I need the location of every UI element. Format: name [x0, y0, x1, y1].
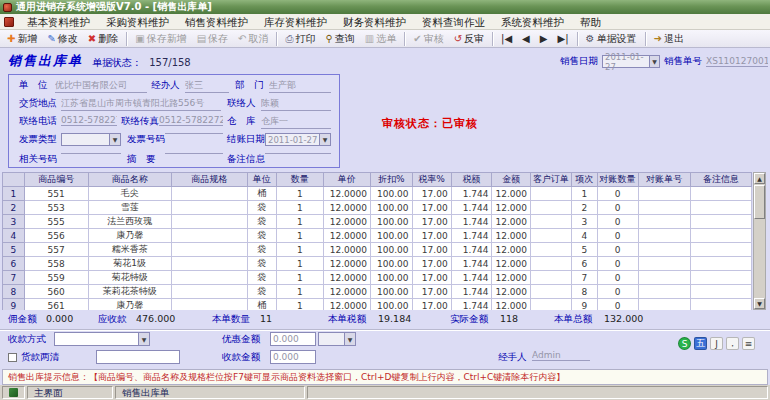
cell-price[interactable]: 12.0000: [323, 229, 371, 243]
cell-qty[interactable]: 1: [276, 243, 323, 257]
cell-seq[interactable]: 5: [571, 243, 597, 257]
cell-amount[interactable]: 12.000: [492, 201, 531, 215]
cell-name[interactable]: 康乃馨: [88, 299, 171, 311]
table-row[interactable]: 5557糯米香茶袋112.0000100.0017.001.74412.0005…: [3, 243, 752, 257]
column-header-reccount[interactable]: 对账数量: [597, 173, 638, 187]
cell-reccount[interactable]: 0: [597, 187, 638, 201]
cell-order[interactable]: [530, 201, 571, 215]
settle-date-combobox[interactable]: 2011-01-27▼: [265, 133, 331, 146]
cell-amount[interactable]: 12.000: [492, 215, 531, 229]
agent-field[interactable]: 张三: [185, 79, 229, 93]
cell-seq[interactable]: 8: [571, 285, 597, 299]
cell-price[interactable]: 12.0000: [323, 257, 371, 271]
cell-seq[interactable]: 6: [571, 257, 597, 271]
cell-discount[interactable]: 100.00: [371, 229, 413, 243]
cell-taxrate[interactable]: 17.00: [412, 271, 451, 285]
cell-qty[interactable]: 1: [276, 257, 323, 271]
cell-qty[interactable]: 1: [276, 201, 323, 215]
menu-item-帮助[interactable]: 帮助: [572, 14, 609, 30]
print-button[interactable]: ⎙打印: [280, 31, 320, 47]
unaudit-button[interactable]: ↺反审: [449, 31, 489, 47]
phone-field[interactable]: 0512-57822728: [61, 115, 117, 126]
row-number-cell[interactable]: 6: [3, 257, 25, 271]
column-header-recno[interactable]: 对账单号: [638, 173, 690, 187]
cell-recno[interactable]: [638, 201, 690, 215]
cell-amount[interactable]: 12.000: [492, 271, 531, 285]
cell-spec[interactable]: [171, 187, 247, 201]
abstract-field[interactable]: [165, 153, 223, 154]
cell-reccount[interactable]: 0: [597, 229, 638, 243]
cell-recno[interactable]: [638, 299, 690, 311]
cell-order[interactable]: [530, 285, 571, 299]
cell-tax[interactable]: 1.744: [451, 201, 492, 215]
cell-price[interactable]: 12.0000: [323, 285, 371, 299]
cell-discount[interactable]: 100.00: [371, 271, 413, 285]
cell-tax[interactable]: 1.744: [451, 299, 492, 311]
ime-logo-icon[interactable]: S: [678, 337, 691, 350]
cell-reccount[interactable]: 0: [597, 271, 638, 285]
cell-tax[interactable]: 1.744: [451, 271, 492, 285]
menu-item-财务资料维护[interactable]: 财务资料维护: [335, 14, 414, 30]
cell-recno[interactable]: [638, 257, 690, 271]
cell-price[interactable]: 12.0000: [323, 299, 371, 311]
cell-spec[interactable]: [171, 229, 247, 243]
cell-code[interactable]: 558: [24, 257, 88, 271]
chevron-down-icon[interactable]: ▼: [649, 56, 659, 67]
cell-amount[interactable]: 12.000: [492, 257, 531, 271]
column-header-discount[interactable]: 折扣%: [371, 173, 413, 187]
cell-qty[interactable]: 1: [276, 271, 323, 285]
cell-reccount[interactable]: 0: [597, 215, 638, 229]
cell-unit[interactable]: 袋: [247, 201, 276, 215]
cell-name[interactable]: 菊花特级: [88, 271, 171, 285]
cell-qty[interactable]: 1: [276, 285, 323, 299]
chevron-down-icon[interactable]: ▼: [109, 134, 120, 145]
cell-price[interactable]: 12.0000: [323, 271, 371, 285]
grid-scrollbar[interactable]: ▲ ▼: [753, 172, 766, 310]
cell-code[interactable]: 557: [24, 243, 88, 257]
column-header-name[interactable]: 商品名称: [88, 173, 171, 187]
cell-tax[interactable]: 1.744: [451, 243, 492, 257]
scroll-down-icon[interactable]: ▼: [754, 298, 765, 309]
cell-seq[interactable]: 9: [571, 299, 597, 311]
cell-amount[interactable]: 12.000: [492, 187, 531, 201]
sale-no-field[interactable]: XS110127001: [706, 56, 768, 67]
exit-button[interactable]: ➜退出: [649, 31, 689, 47]
cell-taxrate[interactable]: 17.00: [412, 243, 451, 257]
cell-recno[interactable]: [638, 243, 690, 257]
cell-taxrate[interactable]: 17.00: [412, 299, 451, 311]
discount-amount-field[interactable]: 0.000: [270, 332, 316, 346]
cell-price[interactable]: 12.0000: [323, 243, 371, 257]
cell-seq[interactable]: 1: [571, 187, 597, 201]
title-bar[interactable]: 通用进销存系统增强版V7.0 - [销售出库单]: [0, 0, 770, 14]
doc-settings-button[interactable]: ⚙单据设置: [581, 31, 642, 47]
sale-date-combobox[interactable]: 2011-01-27 ▼: [602, 55, 660, 68]
menu-item-系统资料维护[interactable]: 系统资料维护: [493, 14, 572, 30]
cell-tax[interactable]: 1.744: [451, 285, 492, 299]
new-button[interactable]: ✚新增: [2, 31, 42, 47]
settle-extra-field[interactable]: [96, 350, 180, 364]
cell-order[interactable]: [530, 299, 571, 311]
cell-discount[interactable]: 100.00: [371, 215, 413, 229]
cell-price[interactable]: 12.0000: [323, 187, 371, 201]
cell-seq[interactable]: 3: [571, 215, 597, 229]
table-row[interactable]: 8560茉莉花茶特级袋112.0000100.0017.001.74412.00…: [3, 285, 752, 299]
cell-taxrate[interactable]: 17.00: [412, 229, 451, 243]
cell-taxrate[interactable]: 17.00: [412, 187, 451, 201]
cell-reccount[interactable]: 0: [597, 285, 638, 299]
cell-unit[interactable]: 桶: [247, 299, 276, 311]
table-row[interactable]: 6558菊花1级袋112.0000100.0017.001.74412.0006…: [3, 257, 752, 271]
cell-remark[interactable]: [690, 215, 751, 229]
cell-taxrate[interactable]: 17.00: [412, 215, 451, 229]
cell-tax[interactable]: 1.744: [451, 229, 492, 243]
related-no-field[interactable]: [61, 153, 121, 154]
column-header-spec[interactable]: 商品规格: [171, 173, 247, 187]
cell-tax[interactable]: 1.744: [451, 257, 492, 271]
scroll-up-icon[interactable]: ▲: [754, 173, 765, 184]
cell-remark[interactable]: [690, 201, 751, 215]
cell-name[interactable]: 雪莲: [88, 201, 171, 215]
cell-amount[interactable]: 12.000: [492, 299, 531, 311]
next-record-button[interactable]: ▶: [535, 31, 553, 47]
cell-price[interactable]: 12.0000: [323, 215, 371, 229]
cell-recno[interactable]: [638, 285, 690, 299]
cell-order[interactable]: [530, 243, 571, 257]
